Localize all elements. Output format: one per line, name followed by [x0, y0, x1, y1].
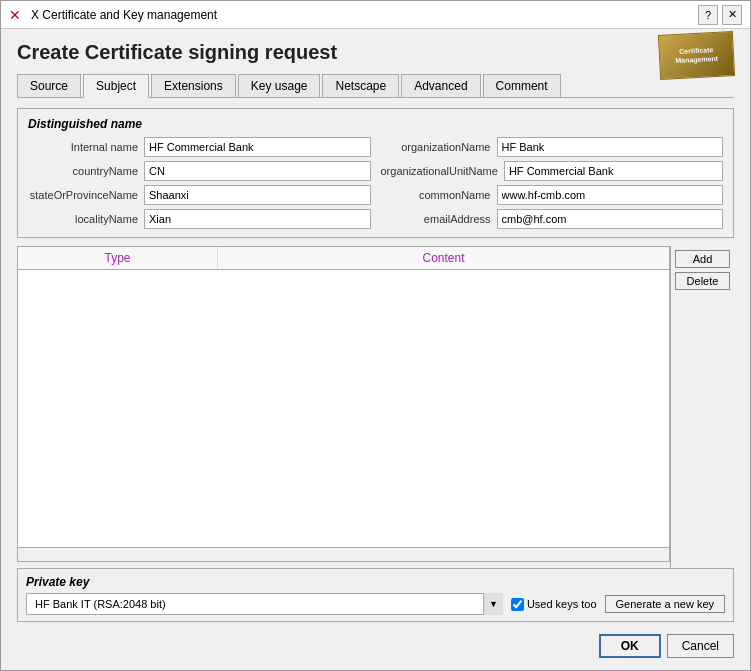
tab-advanced[interactable]: Advanced	[401, 74, 480, 97]
table-body[interactable]	[18, 270, 669, 547]
window-icon: ✕	[9, 7, 25, 23]
add-button[interactable]: Add	[675, 250, 730, 268]
organization-name-label: organizationName	[381, 141, 491, 153]
org-unit-row: organizationalUnitName	[381, 161, 724, 181]
internal-name-input[interactable]	[144, 137, 371, 157]
locality-row: localityName	[28, 209, 371, 229]
internal-name-row: Internal name	[28, 137, 371, 157]
window-content: CertificateManagement Create Certificate…	[1, 29, 750, 670]
cancel-button[interactable]: Cancel	[667, 634, 734, 658]
table-actions: Add Delete	[670, 246, 734, 568]
tab-netscape[interactable]: Netscape	[322, 74, 399, 97]
country-name-label: countryName	[28, 165, 138, 177]
table-header: Type Content	[18, 247, 669, 270]
internal-name-label: Internal name	[28, 141, 138, 153]
type-column-header: Type	[18, 247, 218, 269]
common-name-input[interactable]	[497, 185, 724, 205]
common-name-row: commonName	[381, 185, 724, 205]
close-button[interactable]: ✕	[722, 5, 742, 25]
page-title: Create Certificate signing request	[17, 41, 734, 64]
table-container: Type Content Add Delete	[17, 246, 734, 568]
key-select[interactable]: HF Bank IT (RSA:2048 bit)	[26, 593, 503, 615]
title-bar-buttons: ? ✕	[698, 5, 742, 25]
type-content-table: Type Content	[17, 246, 670, 562]
email-row: emailAddress	[381, 209, 724, 229]
state-province-input[interactable]	[144, 185, 371, 205]
tab-comment[interactable]: Comment	[483, 74, 561, 97]
email-label: emailAddress	[381, 213, 491, 225]
used-keys-text: Used	[527, 598, 553, 610]
key-select-wrapper: HF Bank IT (RSA:2048 bit) ▼	[26, 593, 503, 615]
locality-label: localityName	[28, 213, 138, 225]
delete-button[interactable]: Delete	[675, 272, 730, 290]
used-keys-suffix: keys too	[556, 598, 597, 610]
tab-bar: Source Subject Extensions Key usage Nets…	[17, 74, 734, 98]
title-bar-text: X Certificate and Key management	[31, 8, 698, 22]
content-column-header: Content	[218, 247, 669, 269]
state-province-row: stateOrProvinceName	[28, 185, 371, 205]
organization-name-input[interactable]	[497, 137, 724, 157]
private-key-label: Private key	[26, 575, 725, 589]
title-bar: ✕ X Certificate and Key management ? ✕	[1, 1, 750, 29]
tab-subject[interactable]: Subject	[83, 74, 149, 98]
used-keys-checkbox[interactable]	[511, 598, 524, 611]
private-key-section: Private key HF Bank IT (RSA:2048 bit) ▼ …	[17, 568, 734, 622]
used-keys-checkbox-label: Used keys too	[511, 598, 597, 611]
private-key-row: HF Bank IT (RSA:2048 bit) ▼ Used keys to…	[26, 593, 725, 615]
locality-input[interactable]	[144, 209, 371, 229]
organization-name-row: organizationName	[381, 137, 724, 157]
generate-key-button[interactable]: Generate a new key	[605, 595, 725, 613]
ok-button[interactable]: OK	[599, 634, 661, 658]
org-unit-input[interactable]	[504, 161, 723, 181]
email-input[interactable]	[497, 209, 724, 229]
tab-extensions[interactable]: Extensions	[151, 74, 236, 97]
horizontal-scrollbar[interactable]	[18, 547, 669, 561]
country-name-row: countryName	[28, 161, 371, 181]
main-window: ✕ X Certificate and Key management ? ✕ C…	[0, 0, 751, 671]
certificate-logo: CertificateManagement	[658, 31, 735, 80]
bottom-buttons: OK Cancel	[17, 630, 734, 658]
distinguished-name-section: Distinguished name Internal name organiz…	[17, 108, 734, 238]
tab-source[interactable]: Source	[17, 74, 81, 97]
tab-key-usage[interactable]: Key usage	[238, 74, 321, 97]
state-province-label: stateOrProvinceName	[28, 189, 138, 201]
org-unit-label: organizationalUnitName	[381, 165, 498, 177]
common-name-label: commonName	[381, 189, 491, 201]
fields-grid: Internal name organizationName countryNa…	[28, 137, 723, 229]
country-name-input[interactable]	[144, 161, 371, 181]
distinguished-name-label: Distinguished name	[28, 117, 723, 131]
help-button[interactable]: ?	[698, 5, 718, 25]
